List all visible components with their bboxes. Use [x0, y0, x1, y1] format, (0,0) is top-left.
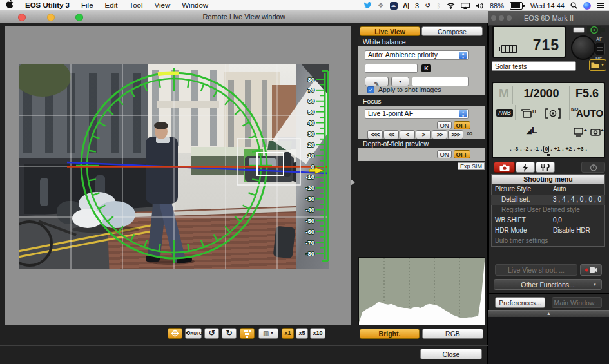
tab-live-view[interactable]: Live View [360, 26, 420, 36]
timer-button[interactable] [581, 162, 605, 173]
notification-center-icon[interactable] [597, 3, 604, 8]
live-view-switch-icon[interactable] [586, 24, 606, 35]
bluetooth-icon[interactable]: ᛒ [436, 2, 441, 10]
movie-mode-button[interactable] [580, 264, 602, 276]
shutter-speed[interactable]: 1/2000 [514, 87, 569, 101]
other-functions-button[interactable]: Other Functions...▼ [494, 279, 602, 290]
aperture[interactable]: F5.6 [570, 87, 604, 101]
white-balance-select[interactable]: Auto: Ambience priority▲▼ [365, 50, 469, 60]
histogram-rgb-button[interactable]: RGB [422, 329, 483, 339]
minimize-traffic-light[interactable] [47, 14, 55, 21]
exposure-mark: -2 [523, 146, 530, 152]
zoom-x10-button[interactable]: x10 [310, 328, 325, 339]
panel-expand-handle[interactable] [351, 179, 355, 186]
menu-row-hdr-mode[interactable]: HDR ModeDisable HDR [491, 225, 605, 236]
app-icon[interactable]: Λ| [403, 2, 409, 9]
focus-step-near2[interactable]: >> [432, 130, 447, 139]
stepper-icon[interactable]: ▲▼ [459, 110, 467, 117]
menu-edit[interactable]: Edit [99, 0, 124, 11]
preferences-button[interactable]: Preferences... [495, 297, 545, 308]
folder-icon [591, 62, 599, 68]
quality-icon: ◢ [526, 127, 531, 135]
tab-shooting[interactable] [494, 162, 515, 173]
tab-setup[interactable] [536, 162, 555, 173]
menu-clock[interactable]: Wed 14:44 [530, 2, 565, 10]
focus-step-far2[interactable]: << [383, 130, 399, 139]
wb-value-field[interactable] [412, 77, 469, 86]
siri-icon[interactable] [583, 2, 591, 10]
top-button[interactable] [573, 27, 585, 33]
app-menu[interactable]: EOS Utility 3 [19, 0, 75, 11]
menu-tool[interactable]: Tool [123, 0, 148, 11]
grid-select-button[interactable]: ▥ ▼ [258, 328, 278, 339]
level-display-button[interactable] [168, 328, 182, 339]
camera-zoom-traffic-light[interactable] [507, 15, 512, 21]
menu-row-register-style[interactable]: Register User Defined style [491, 205, 605, 215]
dof-on-button[interactable]: ON [437, 150, 452, 158]
menu-row-detail-set[interactable]: Detail set.3 , 4 , 4 , 0 , 0 , 0 [491, 195, 605, 205]
live-view-shoot-button[interactable]: Live View shoot. ... [495, 264, 577, 276]
menu-view[interactable]: View [149, 0, 177, 11]
time-machine-icon[interactable]: ↺ [425, 1, 430, 10]
af-mf-switch[interactable] [595, 43, 605, 55]
focus-mode-select[interactable]: Live 1-point AF▲▼ [365, 109, 469, 119]
metering-mode-icon[interactable] [545, 107, 561, 120]
twitter-icon[interactable] [363, 2, 372, 9]
volume-icon[interactable] [476, 3, 484, 9]
apple-menu[interactable] [0, 0, 19, 12]
spotlight-icon[interactable] [570, 2, 577, 9]
shoot-mode[interactable]: M [496, 86, 512, 102]
photo-shape-cream-windows [228, 80, 276, 147]
iso-block[interactable]: ISO AUTO [570, 106, 604, 120]
main-window-button[interactable]: Main Window... [552, 297, 602, 308]
rotate-right-button[interactable]: ↻ [222, 328, 237, 339]
menu-file[interactable]: File [75, 0, 99, 11]
tab-flash[interactable] [516, 162, 535, 173]
zoom-x5-button[interactable]: x5 [296, 328, 308, 339]
histogram-bright-button[interactable]: Bright. [360, 329, 420, 339]
folder-button[interactable]: ▼ [589, 59, 606, 71]
collapse-strip[interactable]: ▲ [488, 310, 609, 317]
stepper-icon[interactable]: ▲▼ [459, 52, 467, 59]
save-destination-icon[interactable]: ++ [573, 126, 604, 139]
dof-off-button[interactable]: OFF [454, 150, 470, 158]
close-traffic-light[interactable] [18, 14, 26, 21]
camera-close-traffic-light[interactable] [491, 15, 496, 21]
apply-label: Apply to shot images [378, 86, 441, 93]
creative-cloud-icon[interactable]: ☁ [390, 2, 398, 10]
drive-mode-icon[interactable]: H [519, 107, 537, 120]
focus-step-far3[interactable]: <<< [367, 130, 383, 139]
camera-minimize-traffic-light[interactable] [499, 15, 504, 21]
auto-rotate-button[interactable]: ⟲AUTO [185, 328, 202, 339]
close-button[interactable]: Close [420, 349, 482, 359]
airplay-icon[interactable] [461, 3, 470, 9]
histogram-chart [359, 258, 485, 325]
wb-dropdown-button[interactable]: ▼ [391, 77, 409, 86]
menu-row-wb-shift[interactable]: WB SHIFT0,0 [491, 215, 605, 225]
tab-compose[interactable]: Compose [421, 26, 483, 36]
quick-control-dial[interactable] [571, 35, 595, 60]
kelvin-input[interactable] [365, 64, 418, 73]
focus-step-near3[interactable]: >>> [448, 130, 463, 139]
menu-row-bulb-timer[interactable]: Bulb timer settings [491, 236, 605, 246]
focus-step-far1[interactable]: < [400, 130, 415, 139]
dropbox-icon[interactable]: ❖ [378, 1, 384, 10]
apply-checkbox[interactable]: ✓ [367, 86, 374, 93]
menu-window[interactable]: Window [176, 0, 214, 11]
exposure-compensation-scale[interactable]: .-3.-2.-1.0.+1.+2.+3. [494, 144, 603, 154]
destination-folder-field[interactable]: Solar tests [492, 61, 576, 71]
zoom-x1-button[interactable]: x1 [282, 328, 294, 339]
image-quality[interactable]: ◢L [493, 124, 570, 136]
eyedropper-button[interactable]: ✎ [365, 77, 389, 86]
focus-on-button[interactable]: ON [437, 121, 452, 129]
wifi-icon[interactable] [447, 3, 455, 9]
live-view-photo[interactable] [19, 64, 329, 269]
menu-row-picture-style[interactable]: Picture StyleAuto [491, 184, 605, 195]
top-lcd: 715 [492, 26, 566, 58]
zoom-traffic-light[interactable] [75, 14, 83, 21]
focus-step-near1[interactable]: > [416, 130, 431, 139]
live-view-titlebar[interactable]: Remote Live View window [0, 11, 488, 23]
af-point-display-button[interactable] [240, 328, 255, 339]
rotate-left-button[interactable]: ↺ [204, 328, 219, 339]
white-balance-badge[interactable]: AWB [496, 109, 513, 117]
